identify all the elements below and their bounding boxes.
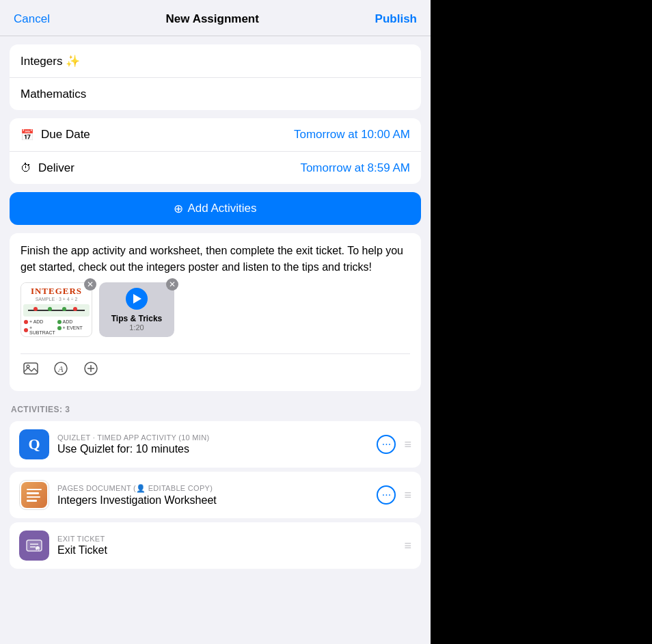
ticket-icon: ✓ (19, 531, 49, 561)
publish-button[interactable]: Publish (375, 12, 417, 26)
due-date-row[interactable]: 📅 Due Date Tomorrow at 10:00 AM (10, 118, 421, 151)
integers-thumb: INTEGERS SAMPLE · 3 + 4 ÷ 2 + A (21, 282, 92, 337)
assignment-title: Integers ✨ (21, 54, 410, 68)
deliver-value: Tomorrow at 8:59 AM (300, 161, 410, 175)
assignment-title-row: Integers ✨ (10, 44, 421, 77)
pages-actions: ··· ≡ (377, 485, 411, 505)
remove-integers-poster-button[interactable]: ✕ (84, 278, 96, 291)
pages-more-button[interactable]: ··· (377, 485, 396, 505)
due-date-value: Tomorrow at 10:00 AM (294, 128, 410, 142)
assignment-subject-row: Mathematics (10, 77, 421, 110)
clock-icon: ⏱ (21, 162, 31, 174)
pages-info: PAGES DOCUMENT (👤 EDITABLE COPY) Integer… (57, 484, 368, 507)
quizlet-name: Use Quizlet for: 10 minutes (57, 443, 368, 455)
svg-rect-7 (27, 540, 42, 551)
remove-video-button[interactable]: ✕ (166, 278, 178, 291)
video-duration: 1:20 (129, 323, 144, 332)
integers-poster-title: INTEGERS (23, 286, 90, 297)
assignment-subject: Mathematics (21, 88, 410, 101)
svg-text:A: A (57, 364, 64, 374)
modal-header: Cancel New Assignment Publish (0, 0, 431, 36)
plus-toolbar-button[interactable] (81, 358, 101, 379)
quizlet-actions: ··· ≡ (377, 435, 411, 454)
ticket-drag-handle[interactable]: ≡ (404, 539, 411, 552)
due-date-label: Due Date (41, 128, 294, 142)
schedule-card: 📅 Due Date Tomorrow at 10:00 AM ⏱ Delive… (10, 118, 421, 184)
quizlet-more-button[interactable]: ··· (377, 435, 396, 454)
deliver-label: Deliver (38, 161, 300, 175)
video-thumb: Tips & Tricks 1:20 (99, 282, 174, 337)
svg-rect-0 (24, 363, 38, 374)
pages-icon (19, 480, 49, 510)
cancel-button[interactable]: Cancel (14, 12, 50, 26)
quizlet-drag-handle[interactable]: ≡ (404, 438, 411, 451)
svg-text:✓: ✓ (36, 548, 39, 552)
add-activities-label: Add Activities (187, 202, 256, 215)
video-title: Tips & Tricks (111, 314, 162, 323)
quizlet-icon: Q (19, 429, 49, 459)
activity-pages: PAGES DOCUMENT (👤 EDITABLE COPY) Integer… (10, 472, 421, 518)
deliver-row[interactable]: ⏱ Deliver Tomorrow at 8:59 AM (10, 151, 421, 184)
play-triangle-icon (133, 294, 141, 304)
pages-type: PAGES DOCUMENT (👤 EDITABLE COPY) (57, 484, 368, 493)
ticket-actions: ≡ (404, 539, 411, 552)
notes-text: Finish the app activity and worksheet, t… (21, 243, 410, 276)
ticket-name: Exit Ticket (57, 544, 396, 556)
activities-count: ACTIVITIES: 3 (0, 399, 431, 417)
pages-name: Integers Investigation Worksheet (57, 494, 368, 507)
title-card: Integers ✨ Mathematics (10, 44, 421, 110)
pen-toolbar-button[interactable]: A (51, 358, 71, 379)
quizlet-info: QUIZLET · TIMED APP ACTIVITY (10 MIN) Us… (57, 433, 368, 455)
pages-drag-handle[interactable]: ≡ (404, 489, 411, 501)
notes-card[interactable]: Finish the app activity and worksheet, t… (10, 233, 421, 391)
quizlet-type: QUIZLET · TIMED APP ACTIVITY (10 MIN) (57, 433, 368, 442)
tips-tricks-attachment[interactable]: Tips & Tricks 1:20 ✕ (99, 282, 174, 344)
integers-poster-attachment[interactable]: INTEGERS SAMPLE · 3 + 4 ÷ 2 + A (21, 282, 92, 344)
add-plus-icon: ⊕ (174, 203, 183, 215)
calendar-icon: 📅 (21, 129, 34, 142)
bottom-spacer (0, 573, 431, 593)
activity-quizlet: Q QUIZLET · TIMED APP ACTIVITY (10 MIN) … (10, 421, 421, 468)
modal-container: Cancel New Assignment Publish Integers ✨… (0, 0, 431, 644)
attachments-area: INTEGERS SAMPLE · 3 + 4 ÷ 2 + A (21, 276, 410, 348)
add-activities-button[interactable]: ⊕ Add Activities (10, 192, 421, 225)
notes-toolbar: A (21, 353, 410, 381)
ticket-type: EXIT TICKET (57, 535, 396, 543)
image-toolbar-button[interactable] (21, 358, 41, 379)
ticket-info: EXIT TICKET Exit Ticket (57, 535, 396, 556)
activity-exit-ticket: ✓ EXIT TICKET Exit Ticket ≡ (10, 522, 421, 569)
modal-title: New Assignment (166, 12, 259, 26)
play-button[interactable] (126, 288, 148, 310)
